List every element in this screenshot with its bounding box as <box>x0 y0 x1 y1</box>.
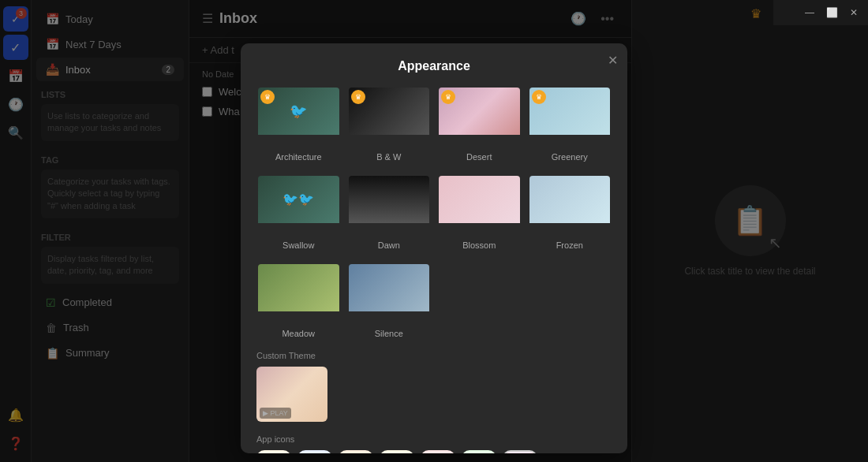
theme-frozen[interactable]: Frozen <box>528 174 612 250</box>
theme-thumb-bw: ♛ <box>347 86 432 149</box>
theme-thumb-architecture: ♛ 🐦 <box>256 86 341 149</box>
theme-name-bw: B & W <box>376 152 401 162</box>
theme-thumb-swallow: 🐦🐦 <box>256 174 341 237</box>
theme-thumb-silence <box>347 263 432 326</box>
theme-name-desert: Desert <box>466 152 492 162</box>
modal-overlay: Appearance ✕ ♛ 🐦 Architecture ♛ B & W <box>0 0 868 462</box>
theme-name-silence: Silence <box>375 329 403 338</box>
theme-thumb-frozen <box>528 174 612 237</box>
app-icons-grid: ✅ ✅ ✅ ✅ ✅ ✅ <box>256 450 612 453</box>
app-icon-5[interactable]: ✅ <box>421 450 455 453</box>
theme-name-architecture: Architecture <box>275 152 322 162</box>
theme-thumb-greenery: ♛ <box>528 86 612 149</box>
app-icon-4[interactable]: ✅ <box>380 450 414 453</box>
theme-grid-2: 🐦🐦 Swallow Dawn Blossom <box>256 174 612 250</box>
theme-silence[interactable]: Silence <box>347 263 432 338</box>
titlebar: — ⬜ ✕ <box>773 0 868 25</box>
custom-theme-label: Custom Theme <box>256 351 612 360</box>
theme-name-swallow: Swallow <box>282 240 314 250</box>
theme-grid-3: Meadow Silence <box>256 263 612 338</box>
theme-blossom[interactable]: Blossom <box>437 174 522 250</box>
appearance-modal: Appearance ✕ ♛ 🐦 Architecture ♛ B & W <box>241 43 627 453</box>
theme-bw[interactable]: ♛ B & W <box>347 86 432 162</box>
theme-name-blossom: Blossom <box>462 240 496 250</box>
maximize-button[interactable]: ⬜ <box>821 4 843 21</box>
app-icon-2[interactable]: ✅ <box>297 450 332 453</box>
theme-thumb-desert: ♛ <box>437 86 522 149</box>
app-icon-1[interactable]: ✅ <box>256 450 291 453</box>
theme-thumb-meadow <box>256 263 341 326</box>
app-icon-3[interactable]: ✅ <box>339 450 373 453</box>
theme-thumb-blossom <box>437 174 522 237</box>
theme-architecture[interactable]: ♛ 🐦 Architecture <box>256 86 341 162</box>
custom-theme-section: Custom Theme ▶ PLAY <box>256 351 612 422</box>
app-icons-label: App icons <box>256 434 612 444</box>
app-icon-6[interactable]: ✅ <box>462 450 496 453</box>
theme-thumb-dawn <box>347 174 432 237</box>
theme-swallow[interactable]: 🐦🐦 Swallow <box>256 174 341 250</box>
premium-badge-bw: ♛ <box>351 90 365 104</box>
theme-greenery[interactable]: ♛ Greenery <box>528 86 612 162</box>
app-icon-7-selected[interactable]: ✅ ✓ <box>503 450 537 453</box>
modal-title: Appearance <box>256 59 612 73</box>
theme-name-greenery: Greenery <box>552 152 588 162</box>
theme-desert[interactable]: ♛ Desert <box>437 86 522 162</box>
theme-grid: ♛ 🐦 Architecture ♛ B & W ♛ <box>256 86 612 162</box>
premium-badge-arch: ♛ <box>260 90 275 104</box>
minimize-button[interactable]: — <box>799 4 821 21</box>
theme-name-frozen: Frozen <box>556 240 583 250</box>
theme-dawn[interactable]: Dawn <box>347 174 432 250</box>
close-button[interactable]: ✕ <box>843 4 865 21</box>
premium-badge-greenery: ♛ <box>532 90 546 104</box>
theme-name-dawn: Dawn <box>378 240 400 250</box>
theme-meadow[interactable]: Meadow <box>256 263 341 338</box>
custom-theme-thumbnail[interactable]: ▶ PLAY <box>256 367 327 422</box>
modal-close-button[interactable]: ✕ <box>608 53 618 68</box>
app-icons-section: App icons ✅ ✅ ✅ ✅ <box>256 434 612 453</box>
theme-name-meadow: Meadow <box>282 329 315 338</box>
premium-badge-desert: ♛ <box>441 90 455 104</box>
